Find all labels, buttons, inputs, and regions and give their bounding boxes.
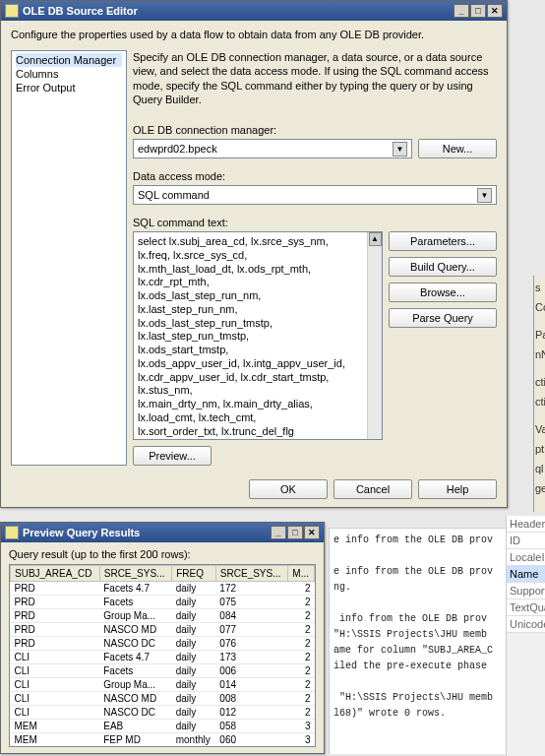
cell: 084 <box>215 609 287 623</box>
nav-connection-manager[interactable]: Connection Manager <box>16 53 122 67</box>
cell: 2 <box>288 596 315 609</box>
close-button[interactable]: ✕ <box>304 526 320 539</box>
parameters-button[interactable]: Parameters... <box>389 231 497 251</box>
table-row[interactable]: PRDFacets 4.7daily1722 <box>11 582 315 596</box>
column-header[interactable]: SRCE_SYS... <box>99 566 171 582</box>
access-mode-combo[interactable]: SQL command ▼ <box>133 185 497 205</box>
column-header[interactable]: SUBJ_AREA_CD <box>11 566 100 582</box>
property-row[interactable]: LocaleID <box>507 549 545 566</box>
window-title: Preview Query Results <box>23 527 271 538</box>
table-row[interactable]: MEMFEP MDmonthly0603 <box>11 733 315 747</box>
minimize-button[interactable]: _ <box>454 4 469 18</box>
cell: Facets <box>99 596 171 609</box>
cell: monthly <box>172 733 216 747</box>
vertical-scrollbar[interactable]: ▲ <box>367 232 382 439</box>
table-row[interactable]: CLIGroup Ma...daily0142 <box>11 678 315 692</box>
results-grid[interactable]: SUBJ_AREA_CDSRCE_SYS...FREQSRCE_SYS...M.… <box>9 564 316 747</box>
cell: 2 <box>288 651 315 664</box>
cell: 008 <box>215 692 287 706</box>
column-header[interactable]: SRCE_SYS... <box>215 566 287 582</box>
cell: NASCO MD <box>99 623 171 637</box>
ok-button[interactable]: OK <box>249 479 328 499</box>
parse-query-button[interactable]: Parse Query <box>389 308 497 328</box>
titlebar[interactable]: OLE DB Source Editor _ □ ✕ <box>1 1 507 21</box>
conn-manager-label: OLE DB connection manager: <box>133 124 497 136</box>
table-row[interactable]: PRDFacetsdaily0752 <box>11 596 315 609</box>
page-nav-list[interactable]: Connection Manager Columns Error Output <box>11 50 127 466</box>
cell: 2 <box>288 582 315 596</box>
cell: NASCO MD <box>99 692 171 706</box>
table-row[interactable]: CLINASCO MDdaily0082 <box>11 692 315 706</box>
close-button[interactable]: ✕ <box>487 4 503 18</box>
titlebar[interactable]: Preview Query Results _ □ ✕ <box>1 523 324 542</box>
cell: PRD <box>11 637 100 651</box>
cell: NASCO DC <box>99 637 171 651</box>
cell: daily <box>172 609 216 623</box>
chevron-down-icon[interactable]: ▼ <box>393 142 407 157</box>
cell: 173 <box>215 651 287 664</box>
nav-columns[interactable]: Columns <box>16 67 122 81</box>
window-title: OLE DB Source Editor <box>23 5 454 17</box>
table-row[interactable]: CLIFacetsdaily0062 <box>11 664 315 678</box>
table-row[interactable]: CLIFacets 4.7daily1732 <box>11 651 315 664</box>
property-row[interactable]: ID <box>507 533 545 549</box>
table-row[interactable]: PRDGroup Ma...daily0842 <box>11 609 315 623</box>
app-icon <box>5 4 19 18</box>
column-header[interactable]: M... <box>288 566 315 582</box>
minimize-button[interactable]: _ <box>271 526 286 539</box>
preview-rows-label: Query result (up to the first 200 rows): <box>9 548 316 560</box>
intro-text: Configure the properties used by a data … <box>11 29 497 40</box>
cell: Facets 4.7 <box>99 582 171 596</box>
cell: PRD <box>11 596 100 609</box>
cell: 2 <box>288 623 315 637</box>
table-row[interactable]: CLINASCO DCdaily0122 <box>11 706 315 720</box>
cell: 076 <box>215 637 287 651</box>
cell: PRD <box>11 623 100 637</box>
cell: daily <box>172 582 216 596</box>
cell: 2 <box>288 678 315 692</box>
chevron-down-icon[interactable]: ▼ <box>477 188 492 203</box>
table-row[interactable]: MEMFEP DCmonthly0633 <box>11 747 315 748</box>
cell: 2 <box>288 637 315 651</box>
maximize-button[interactable]: □ <box>287 526 303 539</box>
cell: 058 <box>215 720 287 733</box>
property-row[interactable]: Unicode <box>507 616 545 633</box>
cell: 014 <box>215 678 287 692</box>
cell: 012 <box>215 706 287 720</box>
property-row[interactable]: HeaderR <box>507 516 545 533</box>
conn-manager-combo[interactable]: edwprd02.bpeck ▼ <box>133 139 412 158</box>
cell: CLI <box>11 706 100 720</box>
results-table: SUBJ_AREA_CDSRCE_SYS...FREQSRCE_SYS...M.… <box>10 565 315 747</box>
column-header[interactable]: FREQ <box>172 566 216 582</box>
table-row[interactable]: MEMEABdaily0583 <box>11 720 315 733</box>
description-text: Specify an OLE DB connection manager, a … <box>133 50 497 106</box>
cell: daily <box>172 706 216 720</box>
cell: 3 <box>288 733 315 747</box>
help-button[interactable]: Help <box>418 479 497 499</box>
new-button[interactable]: New... <box>418 139 497 158</box>
cell: MEM <box>11 720 100 733</box>
property-row[interactable]: Name <box>507 566 545 583</box>
sql-command-textarea[interactable]: select lx.subj_area_cd, lx.srce_sys_nm, … <box>133 231 383 440</box>
property-row[interactable]: Supports <box>507 583 545 599</box>
cell: 2 <box>288 664 315 678</box>
maximize-button[interactable]: □ <box>470 4 486 18</box>
build-query-button[interactable]: Build Query... <box>389 257 497 277</box>
cell: 2 <box>288 706 315 720</box>
cell: daily <box>172 637 216 651</box>
cancel-button[interactable]: Cancel <box>333 479 412 499</box>
sql-text-label: SQL command text: <box>133 217 497 228</box>
cell: CLI <box>11 651 100 664</box>
nav-error-output[interactable]: Error Output <box>16 81 122 94</box>
cell: CLI <box>11 692 100 706</box>
vs-side-stub: sCoPagnNctictioValiptioqlge <box>533 276 545 512</box>
scroll-up-icon[interactable]: ▲ <box>369 232 382 246</box>
cell: daily <box>172 720 216 733</box>
table-row[interactable]: PRDNASCO DCdaily0762 <box>11 637 315 651</box>
cell: FEP MD <box>99 733 171 747</box>
browse-button[interactable]: Browse... <box>389 283 497 302</box>
preview-button[interactable]: Preview... <box>133 446 212 466</box>
table-row[interactable]: PRDNASCO MDdaily0772 <box>11 623 315 637</box>
property-row[interactable]: TextQua <box>507 599 545 616</box>
cell: 006 <box>215 664 287 678</box>
